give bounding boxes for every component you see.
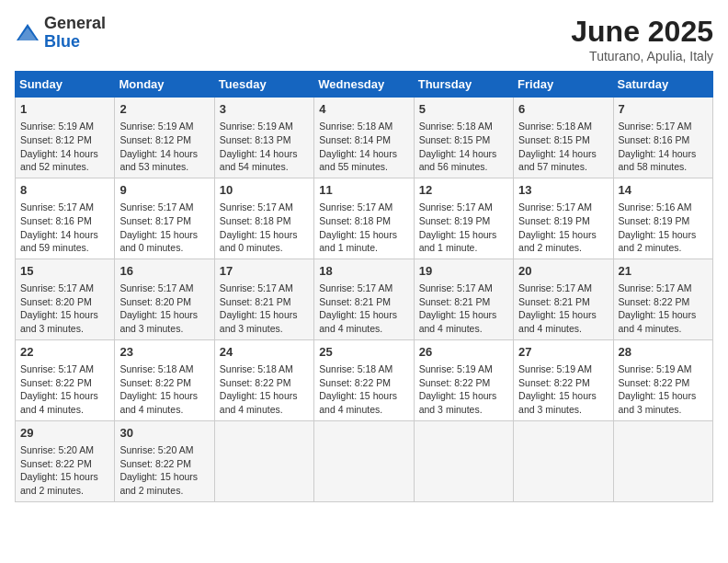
day-info: Sunrise: 5:19 AMSunset: 8:12 PMDaylight:… — [20, 120, 109, 174]
day-cell: 14Sunrise: 5:16 AMSunset: 8:19 PMDayligh… — [613, 178, 712, 259]
day-number: 6 — [518, 101, 608, 118]
day-cell: 21Sunrise: 5:17 AMSunset: 8:22 PMDayligh… — [613, 259, 712, 339]
day-number: 5 — [419, 101, 508, 118]
day-number: 28 — [619, 344, 708, 361]
weekday-header-row: SundayMondayTuesdayWednesdayThursdayFrid… — [16, 72, 713, 98]
weekday-header-thursday: Thursday — [414, 72, 513, 98]
day-cell: 15Sunrise: 5:17 AMSunset: 8:20 PMDayligh… — [16, 259, 115, 339]
day-info: Sunrise: 5:17 AMSunset: 8:22 PMDaylight:… — [20, 362, 109, 417]
day-number: 8 — [20, 182, 109, 199]
day-cell: 13Sunrise: 5:17 AMSunset: 8:19 PMDayligh… — [514, 178, 613, 259]
day-info: Sunrise: 5:17 AMSunset: 8:18 PMDaylight:… — [220, 201, 309, 255]
day-number: 9 — [119, 182, 209, 199]
day-cell: 19Sunrise: 5:17 AMSunset: 8:21 PMDayligh… — [414, 259, 513, 339]
day-number: 13 — [518, 182, 608, 199]
day-info: Sunrise: 5:17 AMSunset: 8:16 PMDaylight:… — [619, 120, 708, 174]
calendar-table: SundayMondayTuesdayWednesdayThursdayFrid… — [15, 71, 713, 502]
day-number: 19 — [419, 263, 508, 280]
day-info: Sunrise: 5:17 AMSunset: 8:20 PMDaylight:… — [119, 282, 209, 336]
day-info: Sunrise: 5:17 AMSunset: 8:21 PMDaylight:… — [419, 282, 508, 336]
day-cell — [613, 420, 712, 501]
week-row-3: 15Sunrise: 5:17 AMSunset: 8:20 PMDayligh… — [16, 259, 713, 339]
day-cell: 18Sunrise: 5:17 AMSunset: 8:21 PMDayligh… — [314, 259, 414, 339]
day-info: Sunrise: 5:19 AMSunset: 8:12 PMDaylight:… — [119, 120, 209, 174]
day-info: Sunrise: 5:16 AMSunset: 8:19 PMDaylight:… — [619, 201, 708, 255]
week-row-1: 1Sunrise: 5:19 AMSunset: 8:12 PMDaylight… — [16, 98, 713, 178]
day-info: Sunrise: 5:18 AMSunset: 8:22 PMDaylight:… — [220, 362, 309, 417]
day-info: Sunrise: 5:19 AMSunset: 8:22 PMDaylight:… — [518, 362, 608, 417]
day-info: Sunrise: 5:19 AMSunset: 8:13 PMDaylight:… — [220, 120, 309, 174]
day-cell: 9Sunrise: 5:17 AMSunset: 8:17 PMDaylight… — [115, 178, 214, 259]
day-number: 23 — [119, 344, 209, 361]
day-number: 21 — [619, 263, 708, 280]
day-cell — [314, 420, 414, 501]
day-cell: 17Sunrise: 5:17 AMSunset: 8:21 PMDayligh… — [214, 259, 313, 339]
day-info: Sunrise: 5:17 AMSunset: 8:16 PMDaylight:… — [20, 201, 109, 255]
day-number: 26 — [419, 344, 508, 361]
day-info: Sunrise: 5:17 AMSunset: 8:19 PMDaylight:… — [419, 201, 508, 255]
day-info: Sunrise: 5:20 AMSunset: 8:22 PMDaylight:… — [20, 443, 109, 498]
logo-text: General Blue — [44, 15, 106, 52]
day-info: Sunrise: 5:17 AMSunset: 8:19 PMDaylight:… — [518, 201, 608, 255]
day-info: Sunrise: 5:18 AMSunset: 8:22 PMDaylight:… — [319, 362, 408, 417]
day-cell: 23Sunrise: 5:18 AMSunset: 8:22 PMDayligh… — [115, 339, 214, 420]
day-info: Sunrise: 5:17 AMSunset: 8:18 PMDaylight:… — [319, 201, 408, 255]
day-info: Sunrise: 5:19 AMSunset: 8:22 PMDaylight:… — [419, 362, 508, 417]
day-number: 15 — [20, 263, 109, 280]
day-cell — [514, 420, 613, 501]
day-number: 1 — [20, 101, 109, 118]
day-number: 24 — [220, 344, 309, 361]
day-cell — [214, 420, 313, 501]
logo: General Blue — [15, 15, 106, 52]
day-cell: 3Sunrise: 5:19 AMSunset: 8:13 PMDaylight… — [214, 98, 313, 178]
weekday-header-friday: Friday — [514, 72, 613, 98]
day-cell: 10Sunrise: 5:17 AMSunset: 8:18 PMDayligh… — [214, 178, 313, 259]
day-info: Sunrise: 5:20 AMSunset: 8:22 PMDaylight:… — [119, 443, 209, 498]
day-info: Sunrise: 5:17 AMSunset: 8:21 PMDaylight:… — [220, 282, 309, 336]
day-number: 30 — [119, 425, 209, 442]
location-title: Tuturano, Apulia, Italy — [571, 49, 713, 63]
day-info: Sunrise: 5:17 AMSunset: 8:21 PMDaylight:… — [518, 282, 608, 336]
weekday-header-sunday: Sunday — [16, 72, 115, 98]
day-cell: 16Sunrise: 5:17 AMSunset: 8:20 PMDayligh… — [115, 259, 214, 339]
day-number: 10 — [220, 182, 309, 199]
day-cell: 12Sunrise: 5:17 AMSunset: 8:19 PMDayligh… — [414, 178, 513, 259]
day-cell: 26Sunrise: 5:19 AMSunset: 8:22 PMDayligh… — [414, 339, 513, 420]
day-cell: 24Sunrise: 5:18 AMSunset: 8:22 PMDayligh… — [214, 339, 313, 420]
day-cell: 27Sunrise: 5:19 AMSunset: 8:22 PMDayligh… — [514, 339, 613, 420]
day-info: Sunrise: 5:17 AMSunset: 8:21 PMDaylight:… — [319, 282, 408, 336]
day-number: 11 — [319, 182, 408, 199]
logo-icon — [15, 20, 40, 46]
day-cell — [414, 420, 513, 501]
day-number: 4 — [319, 101, 408, 118]
day-cell: 11Sunrise: 5:17 AMSunset: 8:18 PMDayligh… — [314, 178, 414, 259]
day-cell: 2Sunrise: 5:19 AMSunset: 8:12 PMDaylight… — [115, 98, 214, 178]
weekday-header-saturday: Saturday — [613, 72, 712, 98]
day-number: 22 — [20, 344, 109, 361]
week-row-2: 8Sunrise: 5:17 AMSunset: 8:16 PMDaylight… — [16, 178, 713, 259]
day-number: 3 — [220, 101, 309, 118]
weekday-header-monday: Monday — [115, 72, 214, 98]
day-cell: 5Sunrise: 5:18 AMSunset: 8:15 PMDaylight… — [414, 98, 513, 178]
day-info: Sunrise: 5:17 AMSunset: 8:20 PMDaylight:… — [20, 282, 109, 336]
day-info: Sunrise: 5:17 AMSunset: 8:22 PMDaylight:… — [619, 282, 708, 336]
day-info: Sunrise: 5:18 AMSunset: 8:14 PMDaylight:… — [319, 120, 408, 174]
day-cell: 7Sunrise: 5:17 AMSunset: 8:16 PMDaylight… — [613, 98, 712, 178]
day-number: 20 — [518, 263, 608, 280]
day-number: 25 — [319, 344, 408, 361]
day-info: Sunrise: 5:17 AMSunset: 8:17 PMDaylight:… — [119, 201, 209, 255]
day-cell: 29Sunrise: 5:20 AMSunset: 8:22 PMDayligh… — [16, 420, 115, 501]
day-info: Sunrise: 5:18 AMSunset: 8:22 PMDaylight:… — [119, 362, 209, 417]
day-cell: 1Sunrise: 5:19 AMSunset: 8:12 PMDaylight… — [16, 98, 115, 178]
day-number: 14 — [619, 182, 708, 199]
day-number: 12 — [419, 182, 508, 199]
weekday-header-tuesday: Tuesday — [214, 72, 313, 98]
day-info: Sunrise: 5:18 AMSunset: 8:15 PMDaylight:… — [419, 120, 508, 174]
day-cell: 25Sunrise: 5:18 AMSunset: 8:22 PMDayligh… — [314, 339, 414, 420]
logo-general: General — [44, 14, 106, 32]
week-row-5: 29Sunrise: 5:20 AMSunset: 8:22 PMDayligh… — [16, 420, 713, 501]
logo-blue: Blue — [44, 32, 80, 51]
day-cell: 20Sunrise: 5:17 AMSunset: 8:21 PMDayligh… — [514, 259, 613, 339]
day-cell: 6Sunrise: 5:18 AMSunset: 8:15 PMDaylight… — [514, 98, 613, 178]
day-cell: 8Sunrise: 5:17 AMSunset: 8:16 PMDaylight… — [16, 178, 115, 259]
